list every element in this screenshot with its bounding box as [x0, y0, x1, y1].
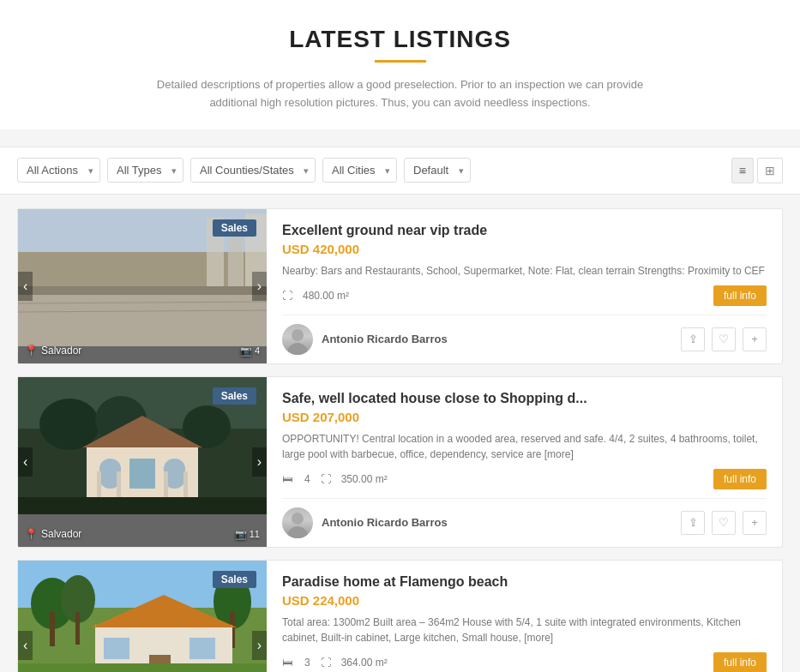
share-button[interactable]: ⇪ — [681, 327, 705, 351]
full-info-button[interactable]: full info — [713, 652, 767, 672]
listing-content: Paradise home at Flamengo beach USD 224,… — [267, 561, 782, 672]
agent-name: Antonio Ricardo Barros — [322, 516, 448, 529]
listing-content: Excellent ground near vip trade USD 420,… — [267, 209, 782, 363]
svg-rect-30 — [50, 612, 55, 646]
agent-name: Antonio Ricardo Barros — [322, 333, 448, 345]
favorite-button[interactable]: ♡ — [712, 511, 736, 535]
resize-icon: ⛶ — [321, 473, 331, 485]
listing-description: OPPORTUNITY! Central location in a woode… — [282, 431, 767, 462]
full-info-button[interactable]: full info — [713, 285, 767, 306]
list-view-button[interactable]: ≡ — [731, 158, 754, 183]
resize-icon: ⛶ — [282, 290, 292, 302]
sales-badge: Sales — [213, 219, 256, 237]
svg-rect-31 — [75, 612, 80, 645]
share-button[interactable]: ⇪ — [681, 511, 705, 535]
listing-beds: 4 — [304, 473, 310, 485]
listing-area: 350.00 m² — [341, 473, 388, 485]
listing-title: Excellent ground near vip trade — [282, 223, 767, 238]
listing-area: 364.00 m² — [341, 657, 388, 669]
listing-description: Nearby: Bars and Restaurants, School, Su… — [282, 263, 767, 279]
svg-rect-35 — [104, 638, 129, 659]
cities-filter[interactable]: All Cities — [322, 158, 397, 183]
camera-icon: 📷 — [240, 345, 252, 357]
actions-filter-wrap: All Actions — [17, 158, 100, 183]
pin-icon: 📍 — [25, 528, 38, 540]
listing-price: USD 420,000 — [282, 242, 767, 256]
header-description: Detailed descriptions of properties allo… — [152, 76, 649, 112]
favorite-button[interactable]: ♡ — [712, 327, 736, 351]
image-prev-button[interactable]: ‹ — [18, 272, 33, 301]
view-toggle: ≡ ⊞ — [731, 158, 783, 183]
listing-location: 📍 Salvador — [25, 345, 81, 357]
action-icons: ⇪ ♡ + — [681, 327, 767, 351]
listing-card: Sales ‹ › 📍 Salvador 📷 11 Safe, well loc… — [17, 376, 783, 548]
listing-description: Total area: 1300m2 Built area – 364m2 Ho… — [282, 615, 767, 645]
image-count: 📷 11 — [235, 529, 260, 540]
listing-image-wrap: Sales ‹ › 📍 Salvador 📷 4 — [18, 209, 267, 363]
resize-icon: ⛶ — [321, 657, 331, 669]
action-icons: ⇪ ♡ + — [681, 511, 767, 535]
listing-meta: 🛏 3 ⛶ 364.00 m² full info — [282, 652, 767, 672]
bed-icon: 🛏 — [282, 657, 292, 669]
counties-filter[interactable]: All Counties/States — [190, 158, 316, 183]
image-next-button[interactable]: › — [252, 631, 267, 660]
add-button[interactable]: + — [743, 511, 767, 535]
listing-meta: 🛏 4 ⛶ 350.00 m² full info — [282, 469, 767, 489]
listing-image-wrap: Sales ‹ › 📍 Salvador 📷 23 — [18, 561, 267, 672]
image-next-button[interactable]: › — [252, 447, 267, 477]
svg-rect-18 — [129, 459, 155, 489]
agent-row: Antonio Ricardo Barros ⇪ ♡ + — [282, 498, 767, 538]
image-prev-button[interactable]: ‹ — [18, 631, 33, 660]
full-info-button[interactable]: full info — [713, 469, 767, 489]
default-filter[interactable]: Default — [404, 158, 471, 183]
listing-price: USD 224,000 — [282, 593, 767, 608]
svg-rect-24 — [18, 497, 267, 514]
types-filter[interactable]: All Types — [107, 158, 183, 183]
listing-title: Safe, well located house close to Shoppi… — [282, 391, 767, 406]
listing-price: USD 207,000 — [282, 410, 767, 424]
listing-beds: 3 — [304, 657, 310, 669]
avatar — [282, 507, 313, 538]
listing-card: Sales ‹ › 📍 Salvador 📷 23 Paradise home … — [17, 560, 783, 672]
image-prev-button[interactable]: ‹ — [18, 447, 33, 477]
svg-rect-36 — [189, 638, 215, 659]
image-count: 📷 4 — [240, 345, 260, 357]
listings-container: Sales ‹ › 📍 Salvador 📷 4 Excellent groun… — [0, 195, 800, 672]
svg-rect-39 — [18, 663, 267, 672]
svg-point-12 — [39, 399, 99, 450]
listing-area: 480.00 m² — [303, 290, 349, 302]
sales-badge: Sales — [213, 571, 256, 588]
listing-location: 📍 Salvador — [25, 528, 81, 540]
listing-meta: ⛶ 480.00 m² full info — [282, 285, 767, 306]
page-title: LATEST LISTINGS — [17, 26, 783, 53]
filter-bar: All Actions All Types All Counties/State… — [0, 147, 800, 195]
agent-row: Antonio Ricardo Barros ⇪ ♡ + — [282, 315, 767, 355]
listing-title: Paradise home at Flamengo beach — [282, 574, 767, 590]
types-filter-wrap: All Types — [107, 158, 183, 183]
listing-card: Sales ‹ › 📍 Salvador 📷 4 Excellent groun… — [17, 208, 783, 364]
listing-content: Safe, well located house close to Shoppi… — [267, 377, 782, 547]
default-filter-wrap: Default — [404, 158, 471, 183]
listing-image-wrap: Sales ‹ › 📍 Salvador 📷 11 — [18, 377, 267, 547]
cities-filter-wrap: All Cities — [322, 158, 397, 183]
sales-badge: Sales — [213, 387, 256, 405]
avatar — [282, 324, 313, 355]
actions-filter[interactable]: All Actions — [17, 158, 100, 183]
grid-view-button[interactable]: ⊞ — [757, 158, 783, 183]
image-next-button[interactable]: › — [252, 272, 267, 301]
pin-icon: 📍 — [25, 345, 38, 357]
title-underline — [375, 60, 426, 63]
counties-filter-wrap: All Counties/States — [190, 158, 316, 183]
bed-icon: 🛏 — [282, 473, 292, 485]
camera-icon: 📷 — [235, 529, 247, 540]
add-button[interactable]: + — [743, 327, 767, 351]
